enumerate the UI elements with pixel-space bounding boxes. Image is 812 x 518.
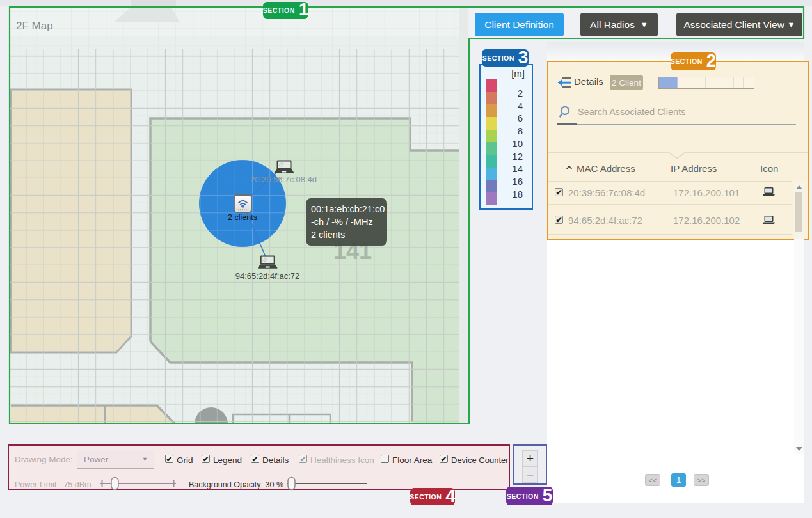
svg-text:94:65:2d:4f:ac:72: 94:65:2d:4f:ac:72 bbox=[235, 271, 299, 281]
svg-text:2 clients: 2 clients bbox=[228, 213, 257, 222]
svg-text:20:39:56:7c:08:4d: 20:39:56:7c:08:4d bbox=[250, 175, 317, 184]
